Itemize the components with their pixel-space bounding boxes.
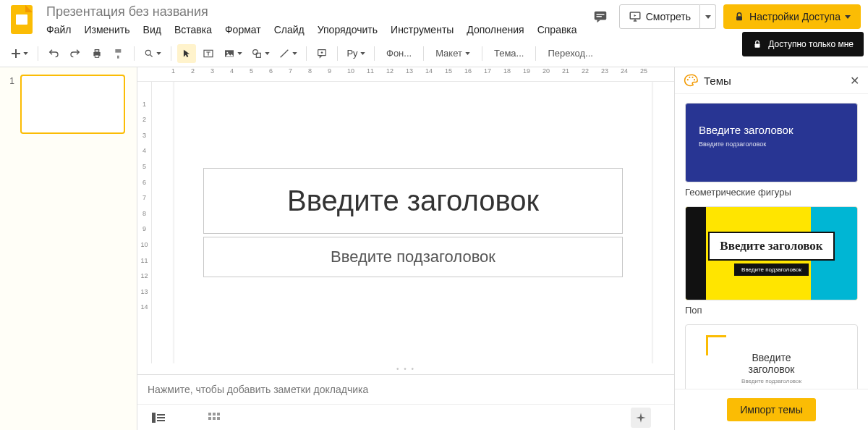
speaker-notes[interactable]: Нажмите, чтобы добавить заметки докладчи… bbox=[137, 374, 674, 404]
svg-rect-26 bbox=[208, 417, 211, 420]
svg-rect-21 bbox=[157, 417, 165, 418]
comment-tool[interactable] bbox=[312, 44, 331, 63]
present-dropdown[interactable] bbox=[700, 4, 716, 29]
svg-rect-25 bbox=[217, 413, 220, 416]
new-slide-button[interactable] bbox=[7, 44, 32, 63]
svg-rect-1 bbox=[16, 14, 27, 25]
close-icon[interactable]: ✕ bbox=[850, 74, 859, 88]
select-tool[interactable] bbox=[177, 44, 196, 63]
svg-rect-6 bbox=[736, 16, 742, 20]
layout-dropdown[interactable]: Макет bbox=[430, 44, 476, 63]
chevron-down-icon bbox=[845, 15, 851, 19]
share-label: Настройки Доступа bbox=[749, 11, 841, 22]
svg-point-12 bbox=[145, 50, 150, 55]
import-theme-button[interactable]: Импорт темы bbox=[727, 398, 816, 421]
zoom-button[interactable] bbox=[140, 44, 165, 63]
menu-format[interactable]: Формат bbox=[225, 24, 261, 35]
theme-card[interactable]: Введите заголовок Введите подзаголовок bbox=[685, 324, 858, 389]
svg-rect-2 bbox=[594, 12, 606, 20]
themes-title: Темы bbox=[704, 75, 731, 87]
svg-rect-3 bbox=[596, 14, 604, 14]
filmstrip: 1 bbox=[0, 67, 137, 430]
svg-point-30 bbox=[689, 77, 690, 78]
svg-rect-7 bbox=[755, 43, 760, 47]
background-dropdown[interactable]: Фон... bbox=[380, 44, 417, 63]
explore-button[interactable] bbox=[631, 408, 651, 428]
slide-canvas[interactable]: Введите заголовок Введите подзаголовок bbox=[174, 82, 652, 363]
svg-point-32 bbox=[694, 79, 695, 80]
svg-point-15 bbox=[226, 51, 228, 53]
image-tool[interactable] bbox=[221, 44, 245, 63]
share-button[interactable]: Настройки Доступа bbox=[723, 4, 861, 29]
menu-addons[interactable]: Дополнения bbox=[467, 24, 524, 35]
present-icon bbox=[629, 10, 642, 23]
svg-point-31 bbox=[692, 77, 693, 78]
title-placeholder[interactable]: Введите заголовок bbox=[203, 168, 624, 234]
print-button[interactable] bbox=[88, 44, 106, 63]
svg-point-16 bbox=[253, 49, 258, 54]
doc-title[interactable]: Презентация без названия bbox=[43, 3, 582, 21]
menu-view[interactable]: Вид bbox=[143, 24, 161, 35]
comments-button[interactable] bbox=[589, 5, 612, 28]
svg-rect-27 bbox=[213, 417, 216, 420]
subtitle-placeholder[interactable]: Введите подзаголовок bbox=[203, 237, 624, 277]
share-tooltip: Доступно только мне bbox=[742, 32, 864, 56]
grid-view-icon[interactable] bbox=[208, 413, 220, 423]
filmstrip-view-icon[interactable] bbox=[152, 413, 165, 423]
svg-rect-4 bbox=[596, 16, 601, 17]
slides-logo[interactable] bbox=[7, 3, 36, 36]
svg-rect-19 bbox=[152, 413, 156, 423]
lock-icon bbox=[752, 39, 762, 49]
theme-card[interactable]: Введите заголовок Введите подзаголовок bbox=[685, 206, 858, 300]
svg-rect-22 bbox=[157, 420, 165, 421]
themes-panel: Темы ✕ Введите заголовок Введите подзаго… bbox=[674, 67, 868, 430]
slide-thumbnail[interactable] bbox=[20, 75, 125, 134]
svg-rect-11 bbox=[115, 49, 121, 53]
present-button[interactable]: Смотреть bbox=[619, 4, 700, 29]
palette-icon bbox=[684, 73, 698, 88]
theme-dropdown[interactable]: Тема... bbox=[488, 44, 529, 63]
menu-insert[interactable]: Вставка bbox=[174, 24, 212, 35]
slide-number: 1 bbox=[7, 75, 14, 134]
undo-button[interactable] bbox=[44, 44, 63, 63]
shape-tool[interactable] bbox=[248, 44, 273, 63]
menu-slide[interactable]: Слайд bbox=[274, 24, 305, 35]
menu-help[interactable]: Справка bbox=[537, 24, 577, 35]
transition-dropdown[interactable]: Переход... bbox=[542, 44, 598, 63]
theme-name: Поп bbox=[685, 305, 858, 316]
toolbar: Ру Фон... Макет Тема... Переход... bbox=[0, 40, 868, 67]
svg-rect-28 bbox=[217, 417, 220, 420]
theme-name: Геометрические фигуры bbox=[685, 187, 858, 198]
svg-rect-10 bbox=[95, 55, 98, 57]
menu-edit[interactable]: Изменить bbox=[84, 24, 129, 35]
input-lang-tool[interactable]: Ру bbox=[344, 44, 368, 63]
textbox-tool[interactable] bbox=[199, 44, 218, 63]
redo-button[interactable] bbox=[66, 44, 85, 63]
present-label: Смотреть bbox=[646, 11, 691, 22]
svg-rect-24 bbox=[213, 413, 216, 416]
theme-card[interactable]: Введите заголовок Введите подзаголовок bbox=[685, 103, 858, 182]
lock-icon bbox=[733, 11, 745, 22]
ruler-horizontal: 1234567891011121314151617181920212223242… bbox=[137, 67, 674, 82]
statusbar bbox=[137, 404, 674, 430]
svg-rect-20 bbox=[157, 414, 165, 416]
chevron-down-icon bbox=[705, 15, 711, 19]
menubar: Файл Изменить Вид Вставка Формат Слайд У… bbox=[43, 22, 582, 40]
menu-file[interactable]: Файл bbox=[46, 24, 71, 35]
resize-handle[interactable]: • • • bbox=[137, 363, 674, 374]
menu-arrange[interactable]: Упорядочить bbox=[318, 24, 378, 35]
svg-rect-23 bbox=[208, 413, 211, 416]
svg-rect-9 bbox=[95, 49, 98, 51]
ruler-vertical: 1234567891011121314 bbox=[137, 82, 152, 363]
paint-format-button[interactable] bbox=[109, 44, 128, 63]
svg-point-29 bbox=[687, 79, 689, 80]
line-tool[interactable] bbox=[276, 44, 300, 63]
menu-tools[interactable]: Инструменты bbox=[391, 24, 454, 35]
